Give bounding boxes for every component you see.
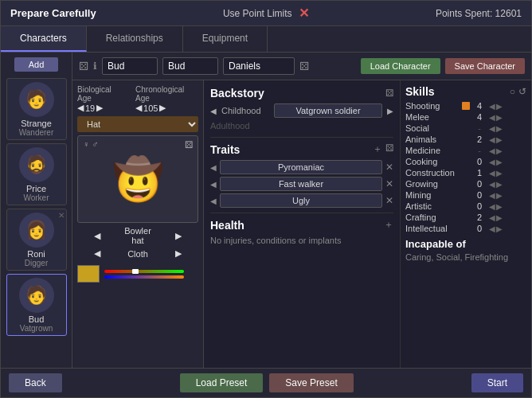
skill-decrease[interactable]: ◀ — [489, 102, 495, 111]
chron-age-section: Chronological Age ◀ 105 ▶ — [135, 85, 198, 113]
skill-decrease[interactable]: ◀ — [489, 158, 495, 166]
skill-decrease[interactable]: ◀ — [489, 146, 495, 155]
save-character-button[interactable]: Save Character — [445, 58, 525, 74]
dice-icon[interactable]: ⚄ — [79, 60, 88, 72]
skills-reset-icon[interactable]: ↺ — [518, 86, 526, 97]
color-swatch[interactable] — [77, 265, 100, 283]
traits-title: Traits — [210, 143, 240, 156]
skill-increase[interactable]: ▶ — [496, 202, 503, 211]
load-preset-button[interactable]: Load Preset — [180, 373, 264, 392]
list-item[interactable]: 🧑 Strange Wanderer — [6, 78, 67, 140]
cloth-prev[interactable]: ◀ — [77, 248, 116, 259]
skill-decrease[interactable]: ◀ — [489, 224, 495, 233]
chron-age-label: Chronological Age — [135, 85, 198, 103]
skill-name: Social — [405, 123, 460, 133]
tab-equipment[interactable]: Equipment — [183, 26, 268, 52]
trait-prev-2[interactable]: ◀ — [210, 197, 217, 205]
skill-name: Crafting — [405, 213, 460, 222]
hat-prev[interactable]: ◀ — [77, 231, 116, 241]
traits-section-header: Traits ＋ ⚄ — [210, 142, 393, 156]
bio-age-decrease[interactable]: ◀ — [77, 103, 84, 113]
char-visual-box: ♀ ♂ 🤠 ⚄ — [77, 135, 198, 223]
skill-decrease[interactable]: ◀ — [489, 135, 495, 144]
back-button[interactable]: Back — [9, 373, 62, 392]
skill-name: Medicine — [405, 146, 460, 155]
skill-increase[interactable]: ▶ — [496, 158, 503, 166]
randomize-icon[interactable]: ⚄ — [185, 139, 193, 150]
start-button[interactable]: Start — [471, 373, 523, 392]
char-delete-icon[interactable]: ✕ — [58, 211, 65, 220]
skill-arrows: ◀ ▶ — [489, 191, 503, 200]
skill-arrows: ◀ ▶ — [489, 169, 503, 178]
chron-age-increase[interactable]: ▶ — [159, 103, 166, 113]
chron-age-decrease[interactable]: ◀ — [135, 103, 142, 113]
avatar: 👩 — [19, 213, 54, 248]
skill-row: Growing 0 ◀ ▶ — [405, 179, 526, 189]
char-figure: 🤠 — [112, 155, 164, 204]
list-item[interactable]: 🧔 Price Worker — [6, 143, 67, 205]
skills-clear-icon[interactable]: ○ — [510, 86, 515, 97]
traits-dice-icon[interactable]: ⚄ — [385, 142, 393, 156]
tab-relationships[interactable]: Relationships — [87, 26, 183, 52]
first-name-input[interactable] — [102, 57, 158, 75]
bio-age-increase[interactable]: ▶ — [96, 103, 103, 113]
skill-increase[interactable]: ▶ — [496, 113, 503, 122]
skill-increase[interactable]: ▶ — [496, 180, 503, 189]
color-slider-2[interactable] — [104, 275, 184, 279]
trait-remove-0[interactable]: ✕ — [385, 162, 393, 173]
color-slider-1[interactable] — [104, 270, 184, 273]
skill-decrease[interactable]: ◀ — [489, 202, 495, 211]
skills-title: Skills — [405, 85, 435, 98]
load-character-button[interactable]: Load Character — [361, 58, 440, 74]
skill-row: Crafting 2 ◀ ▶ — [405, 213, 526, 222]
skill-decrease[interactable]: ◀ — [489, 213, 495, 222]
skill-decrease[interactable]: ◀ — [489, 180, 495, 189]
app-title: Prepare Carefully — [10, 7, 96, 19]
skill-increase[interactable]: ▶ — [496, 191, 503, 200]
use-point-limits-toggle[interactable]: ✕ — [299, 6, 309, 21]
traits-add-icon[interactable]: ＋ — [373, 142, 382, 156]
center-area: ⚄ ℹ ⚄ Load Character Save Character Biol… — [72, 53, 531, 368]
last-name-input[interactable] — [223, 57, 295, 75]
list-item[interactable]: 👩 Roni Digger ✕ — [6, 209, 67, 271]
skill-row: Cooking 0 ◀ ▶ — [405, 157, 526, 166]
list-item[interactable]: 🧑 Bud Vatgrown — [6, 274, 67, 336]
trait-remove-1[interactable]: ✕ — [385, 178, 393, 189]
childhood-next[interactable]: ▶ — [387, 107, 393, 115]
skill-decrease[interactable]: ◀ — [489, 191, 495, 200]
char-name: Roni — [27, 249, 45, 259]
nickname-input[interactable] — [162, 57, 218, 75]
skill-increase[interactable]: ▶ — [496, 224, 503, 233]
skill-increase[interactable]: ▶ — [496, 102, 503, 111]
skill-increase[interactable]: ▶ — [496, 146, 503, 155]
childhood-prev[interactable]: ◀ — [210, 107, 217, 115]
skill-decrease[interactable]: ◀ — [489, 113, 495, 122]
skill-row: Intellectual 0 ◀ ▶ — [405, 224, 526, 233]
skill-row: Construction 1 ◀ ▶ — [405, 168, 526, 178]
health-add-icon[interactable]: ＋ — [384, 218, 393, 232]
skill-value: - — [472, 146, 487, 155]
save-preset-button[interactable]: Save Preset — [269, 373, 353, 392]
skill-increase[interactable]: ▶ — [496, 124, 503, 133]
skill-increase[interactable]: ▶ — [496, 213, 503, 222]
skill-value: 0 — [472, 157, 487, 166]
skill-increase[interactable]: ▶ — [496, 135, 503, 144]
skill-increase[interactable]: ▶ — [496, 169, 503, 178]
add-character-button[interactable]: Add — [14, 57, 59, 72]
trait-remove-2[interactable]: ✕ — [385, 195, 393, 206]
skill-name: Animals — [405, 135, 460, 144]
trait-prev-1[interactable]: ◀ — [210, 180, 217, 189]
skill-passion-indicator — [462, 180, 470, 188]
hat-select[interactable]: Hat — [77, 116, 198, 132]
skill-decrease[interactable]: ◀ — [489, 124, 495, 133]
backstory-dice-icon[interactable]: ⚄ — [385, 88, 393, 99]
skill-decrease[interactable]: ◀ — [489, 169, 495, 178]
skill-arrows: ◀ ▶ — [489, 224, 503, 233]
hat-next[interactable]: ▶ — [159, 231, 198, 241]
cloth-next[interactable]: ▶ — [159, 248, 198, 259]
tab-characters[interactable]: Characters — [1, 26, 87, 52]
skill-row: Mining 0 ◀ ▶ — [405, 190, 526, 200]
bottom-bar-center: Load Preset Save Preset — [180, 373, 354, 392]
dice-icon-right[interactable]: ⚄ — [299, 60, 309, 72]
trait-prev-0[interactable]: ◀ — [210, 163, 217, 172]
